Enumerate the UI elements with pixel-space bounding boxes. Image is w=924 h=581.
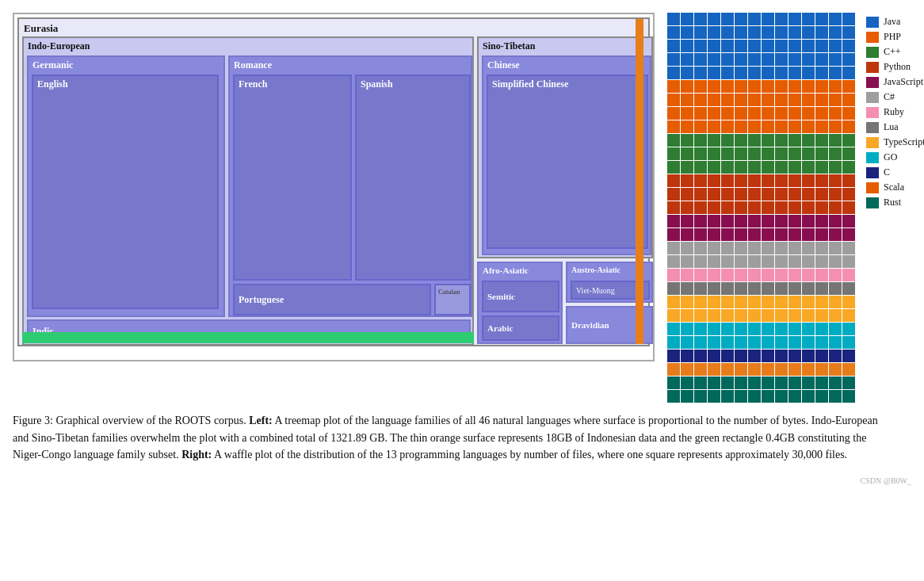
waffle-cell: [694, 323, 707, 335]
waffle-cell: [681, 363, 693, 376]
waffle-cell: [842, 67, 855, 79]
waffle-cell: [788, 377, 801, 389]
legend-label: Rust: [884, 197, 901, 208]
waffle-cell: [829, 363, 842, 376]
waffle-cell: [788, 309, 801, 322]
waffle-cell: [842, 269, 855, 281]
waffle-cell: [842, 255, 855, 268]
waffle-cell: [748, 377, 761, 389]
waffle-cell: [762, 282, 774, 295]
waffle-cell: [762, 107, 774, 120]
waffle-cell: [721, 336, 734, 349]
waffle-cell: [802, 390, 815, 403]
waffle-cell: [721, 269, 734, 281]
waffle-cell: [842, 201, 855, 214]
waffle-cell: [708, 120, 720, 133]
waffle-cell: [708, 40, 720, 52]
waffle-cell: [681, 40, 693, 52]
waffle-cell: [788, 188, 801, 201]
waffle-cell: [802, 26, 815, 39]
waffle-cell: [775, 26, 788, 39]
waffle-cell: [802, 67, 815, 79]
waffle-cell: [802, 94, 815, 106]
waffle-cell: [681, 309, 693, 322]
waffle-cell: [788, 363, 801, 376]
waffle-cell: [681, 201, 693, 214]
waffle-cell: [775, 147, 788, 160]
waffle-cell: [748, 390, 761, 403]
waffle-cell: [708, 336, 720, 349]
legend-item: JavaScript: [866, 76, 924, 88]
portuguese-block: Portuguese: [233, 284, 431, 315]
simplified-chinese-label: Simplified Chinese: [492, 78, 568, 90]
waffle-cell: [842, 161, 855, 174]
waffle-cell: [708, 53, 720, 66]
waffle-cell: [815, 323, 828, 335]
waffle-cell: [829, 53, 842, 66]
waffle-cell: [775, 255, 788, 268]
waffle-cell: [829, 67, 842, 79]
waffle-cell: [694, 215, 707, 227]
waffle-cell: [815, 120, 828, 133]
waffle-cell: [775, 53, 788, 66]
waffle-cell: [748, 174, 761, 187]
waffle-cell: [681, 255, 693, 268]
waffle-cell: [842, 363, 855, 376]
waffle-cell: [775, 134, 788, 147]
waffle-cell: [829, 13, 842, 25]
waffle-cell: [708, 161, 720, 174]
waffle-cell: [829, 296, 842, 308]
waffle-cell: [815, 13, 828, 25]
waffle-cell: [762, 377, 774, 389]
waffle-cell: [788, 80, 801, 93]
waffle-cell: [708, 282, 720, 295]
afro-asiatic-block: Afro-Asiatic Semitic Arabic: [477, 262, 563, 344]
waffle-cell: [788, 134, 801, 147]
waffle-cell: [802, 40, 815, 52]
waffle-cell: [802, 255, 815, 268]
waffle-cell: [667, 309, 680, 322]
waffle-cell: [842, 174, 855, 187]
waffle-cell: [735, 174, 747, 187]
waffle-cell: [788, 147, 801, 160]
waffle-cell: [667, 26, 680, 39]
waffle-cell: [667, 13, 680, 25]
waffle-cell: [775, 282, 788, 295]
legend-item: C: [866, 166, 924, 178]
waffle-cell: [748, 53, 761, 66]
waffle-cell: [721, 134, 734, 147]
legend-label: PHP: [884, 31, 901, 43]
waffle-cell: [788, 350, 801, 362]
caption-figure-number: Figure 3:: [13, 415, 53, 426]
waffle-cell: [735, 309, 747, 322]
waffle-cell: [762, 336, 774, 349]
eurasia-box: Eurasia Indo-European Germanic English: [17, 17, 650, 346]
waffle-cell: [815, 67, 828, 79]
caption-right-label: Right:: [181, 449, 212, 461]
legend-color-box: [866, 107, 879, 118]
treemap-body: Eurasia Indo-European Germanic English: [17, 17, 650, 346]
waffle-cell: [708, 201, 720, 214]
waffle-cell: [748, 296, 761, 308]
waffle-cell: [667, 363, 680, 376]
waffle-cell: [842, 120, 855, 133]
figure-container: Eurasia Indo-European Germanic English: [13, 13, 911, 485]
semitic-label: Semitic: [487, 292, 515, 301]
waffle-cell: [667, 67, 680, 79]
waffle-cell: [842, 40, 855, 52]
waffle-cell: [667, 323, 680, 335]
waffle-cell: [667, 201, 680, 214]
waffle-cell: [721, 107, 734, 120]
waffle-cell: [762, 188, 774, 201]
waffle-cell: [694, 363, 707, 376]
waffle-cell: [802, 242, 815, 254]
legend-label: Ruby: [884, 106, 904, 118]
waffle-cell: [694, 201, 707, 214]
waffle-cell: [694, 67, 707, 79]
french-block: French: [233, 75, 352, 281]
waffle-cell: [775, 350, 788, 362]
waffle-cell: [815, 269, 828, 281]
waffle-cell: [762, 94, 774, 106]
waffle-cell: [802, 107, 815, 120]
legend-color-box: [866, 47, 879, 58]
